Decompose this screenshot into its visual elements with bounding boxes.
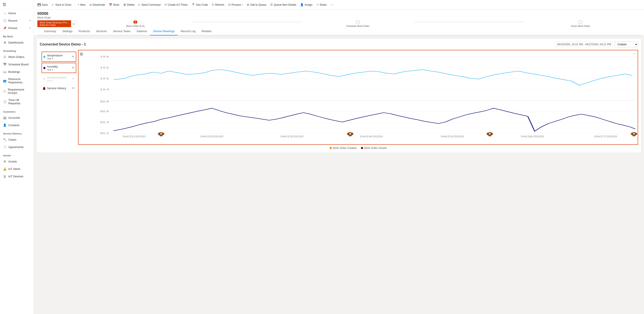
geo-code-button[interactable]: 📍 Geo Code xyxy=(190,2,210,8)
share-button[interactable]: ↗ Share xyxy=(314,2,328,8)
legend-item-temperature[interactable]: temperature avg ▾ 👁 xyxy=(42,52,76,62)
share-icon: ↗ xyxy=(316,3,319,6)
layers-button[interactable]: ⊞ xyxy=(80,52,83,56)
work-orders-icon: ☑ xyxy=(3,55,6,58)
stage-step-schedule[interactable]: Schedule Work Order xyxy=(302,20,414,27)
legend-item-humidity[interactable]: humidity avg ▾ 👁 xyxy=(42,63,76,73)
date-range-text: 04/20/2020, 10:21 PM - 04/27/2020, 04:21… xyxy=(555,42,613,47)
sidebar-item-requirement-groups[interactable]: ⬡ Requirement Groups xyxy=(0,86,34,96)
add-to-queue-icon: ⊕ xyxy=(247,3,249,6)
delete-button[interactable]: 🗑 Delete xyxy=(122,2,136,8)
legend-item-service-history[interactable]: Service History 👁 xyxy=(42,84,76,92)
stage-line-1 xyxy=(191,22,302,22)
geo-code-icon: 📍 xyxy=(192,3,195,6)
dashboards-icon: ⊞ xyxy=(3,41,6,44)
stage-collapse-button[interactable]: ◂ xyxy=(71,20,76,27)
deactivate-button[interactable]: ⊘ Deactivate xyxy=(88,2,107,8)
process-button[interactable]: ⊡ Process ▾ xyxy=(226,2,244,8)
record-header: 00006 Work Order Work Order Business Pro… xyxy=(34,10,644,36)
chevron-down-icon-accel[interactable]: ▾ xyxy=(52,79,53,82)
customers-section: 🏢 Accounts 👤 Contacts xyxy=(0,114,34,129)
add-to-queue-button[interactable]: ⊕ Add to Queue xyxy=(245,2,268,8)
sidebar-item-home[interactable]: ⌂ Home xyxy=(0,10,34,17)
book-button[interactable]: 📅 Book xyxy=(107,2,121,8)
accelerometerz-dot xyxy=(43,78,45,80)
more-icon: ⋯ xyxy=(330,3,333,6)
service-marker-3[interactable] xyxy=(486,132,493,137)
refresh-icon: ↻ xyxy=(212,3,214,6)
save-button[interactable]: 💾 Save xyxy=(36,2,50,8)
hamburger-icon[interactable]: ☰ xyxy=(2,2,6,7)
new-button[interactable]: + New xyxy=(76,2,87,8)
sidebar-item-work-orders-label: Work Orders xyxy=(8,55,24,58)
eye-icon-service-history[interactable]: 👁 xyxy=(72,86,75,90)
chevron-down-icon-temp[interactable]: ▾ xyxy=(52,57,53,60)
sidebar-item-recent[interactable]: 🕐 Recent ▾ xyxy=(0,17,34,24)
tab-address[interactable]: Address xyxy=(134,27,150,36)
more-button[interactable]: ⋯ xyxy=(329,2,335,8)
sidebar-item-cases[interactable]: 🔧 Cases xyxy=(0,136,34,143)
tab-related[interactable]: Related xyxy=(198,27,214,36)
tab-settings[interactable]: Settings xyxy=(59,27,76,36)
legend-item-accelerometerz[interactable]: accelerometerZ avg ▾ 👁 xyxy=(42,74,76,84)
stage-step-close[interactable]: Close Work Order xyxy=(525,20,636,27)
accounts-icon: 🏢 xyxy=(3,116,6,120)
date-range-area: 04/20/2020, 10:21 PM - 04/27/2020, 04:21… xyxy=(555,42,638,47)
service-marker-2[interactable] xyxy=(347,132,353,137)
refresh-button[interactable]: ↻ Refresh xyxy=(210,2,226,8)
svg-text:04/27/2020: 04/27/2020 xyxy=(594,135,617,138)
service-marker-1[interactable] xyxy=(158,132,164,137)
sidebar-item-contacts[interactable]: 👤 Contacts xyxy=(0,121,34,129)
svg-text:04/21/2020: 04/21/2020 xyxy=(123,135,146,138)
tab-record-log[interactable]: Record Log xyxy=(178,27,198,36)
sidebar-item-pinned[interactable]: 📌 Pinned ▾ xyxy=(0,24,34,32)
device-panel: Connected Device Demo - 1 04/20/2020, 10… xyxy=(34,36,644,314)
svg-text:04/23/2020: 04/23/2020 xyxy=(281,135,304,138)
sidebar-item-agreements[interactable]: 📄 Agreements xyxy=(0,143,34,151)
service-marker-4[interactable] xyxy=(631,132,637,137)
eye-icon-accelerometerz[interactable]: 👁 xyxy=(72,77,75,80)
tab-summary[interactable]: Summary xyxy=(41,27,59,36)
active-stage-badge[interactable]: Work Order Business Pro... Active for 6 … xyxy=(38,20,71,27)
stage-step-work-order[interactable]: Work Order (6 D) xyxy=(80,20,191,27)
sidebar-item-dashboards[interactable]: ⊞ Dashboards xyxy=(0,39,34,46)
sidebar-item-iot-alerts[interactable]: 🔔 IoT Alerts xyxy=(0,165,34,172)
sidebar-item-work-orders[interactable]: ☑ Work Orders xyxy=(0,53,34,60)
sidebar-item-iot-devices[interactable]: 📡 IoT Devices xyxy=(0,172,34,180)
temperature-label: temperature xyxy=(47,54,72,57)
service-delivery-section: 🔧 Cases 📄 Agreements xyxy=(0,136,34,151)
tab-products[interactable]: Products xyxy=(76,27,93,36)
my-work-section: ⊞ Dashboards xyxy=(0,39,34,46)
create-iot-flows-button[interactable]: ↺ Create IoT Flows xyxy=(163,2,189,8)
sidebar-item-bookings-label: Bookings xyxy=(8,70,20,74)
eye-icon-temperature[interactable]: 👁 xyxy=(72,55,74,58)
active-stage-text: Work Order Business Pro... xyxy=(40,21,69,24)
agreements-icon: 📄 xyxy=(3,145,6,149)
sidebar-item-assets[interactable]: ⚙ Assets xyxy=(0,158,34,165)
accelerometerz-sub: avg ▾ xyxy=(47,79,72,82)
send-command-button[interactable]: ▷ Send Command xyxy=(137,2,162,8)
sidebar-item-accounts[interactable]: 🏢 Accounts xyxy=(0,114,34,121)
sidebar-item-time-off[interactable]: 🕐 Time Off Requests xyxy=(0,96,34,107)
queue-item-details-button[interactable]: ☰ Queue Item Details xyxy=(268,2,298,8)
chevron-down-icon-humidity[interactable]: ▾ xyxy=(52,68,53,71)
chart-options-button[interactable]: ⋯ xyxy=(632,52,636,56)
sidebar-item-schedule-board[interactable]: 📅 Schedule Board xyxy=(0,60,34,68)
tab-device-readings[interactable]: Device Readings xyxy=(150,27,178,36)
tab-services[interactable]: Services xyxy=(93,27,110,36)
toolbar-divider-1 xyxy=(74,2,74,8)
svg-text:04/25/2020: 04/25/2020 xyxy=(441,135,464,138)
service-history-label: Service History xyxy=(47,86,72,90)
queue-item-details-icon: ☰ xyxy=(270,3,273,6)
assets-section: ⚙ Assets 🔔 IoT Alerts 📡 IoT Devices xyxy=(0,158,34,180)
tabs: Summary Settings Products Services Servi… xyxy=(38,27,640,36)
eye-icon-humidity[interactable]: 👁 xyxy=(72,66,74,70)
sidebar-item-bookings[interactable]: 📖 Bookings xyxy=(0,68,34,76)
sidebar-item-home-label: Home xyxy=(8,12,16,15)
assign-button[interactable]: 👤 Assign xyxy=(298,2,314,8)
save-close-button[interactable]: 🗸 Save & Close xyxy=(50,2,73,8)
date-range-select[interactable]: Custom Last 7 days Last 30 days Last 90 … xyxy=(615,42,638,47)
sidebar-item-resource-req[interactable]: 👥 Resource Requireme... xyxy=(0,76,34,86)
humidity-dot xyxy=(43,67,46,69)
tab-service-tasks[interactable]: Service Tasks xyxy=(110,27,134,36)
